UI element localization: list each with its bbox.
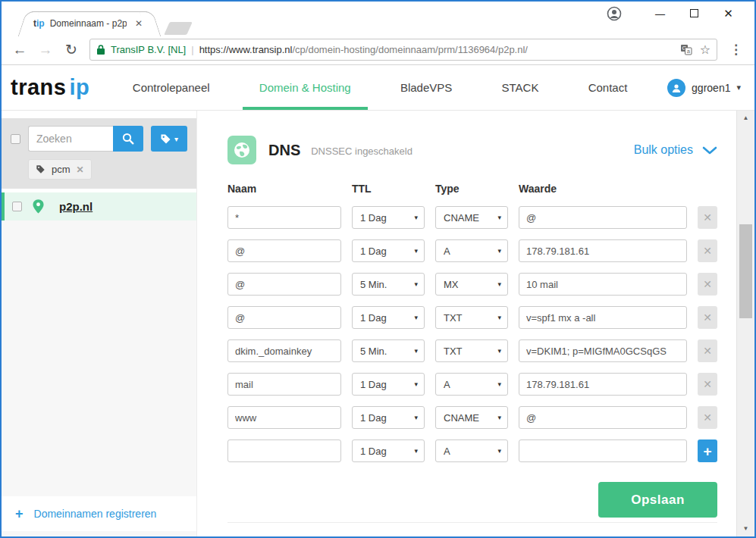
sidebar-footer-strip (2, 531, 196, 536)
site-nav-items: ControlepaneelDomein & HostingBladeVPSST… (108, 65, 652, 110)
bulk-options-button[interactable]: Bulk opties (634, 143, 717, 157)
delete-record-button[interactable]: ✕ (698, 406, 717, 429)
bookmark-star-icon[interactable]: ☆ (700, 44, 711, 56)
select-caret-icon: ▾ (497, 247, 501, 255)
register-domains-link[interactable]: + Domeinnamen registreren (2, 496, 196, 531)
record-value-input[interactable] (519, 339, 687, 362)
record-value-input[interactable] (519, 373, 687, 396)
tag-icon (36, 164, 45, 174)
browser-profile-icon[interactable] (607, 6, 622, 21)
browser-window: tip Domeinnaam - p2p.nl ✕ — ✕ ← → ↻ Tran… (0, 0, 756, 538)
nav-item-contact[interactable]: Contact (572, 65, 645, 110)
record-ttl-select[interactable]: 1 Dag▾ (352, 206, 425, 229)
record-type-select[interactable]: MX▾ (435, 273, 508, 296)
record-ttl-select[interactable]: 1 Dag▾ (352, 373, 425, 396)
delete-record-button[interactable]: ✕ (698, 206, 717, 229)
bottom-divider (227, 522, 717, 523)
record-name-input[interactable] (227, 373, 341, 396)
new-tab-button[interactable] (164, 22, 193, 35)
record-name-input[interactable] (227, 306, 341, 329)
record-name-input[interactable] (227, 206, 341, 229)
maximize-button[interactable] (677, 8, 711, 20)
address-bar[interactable]: TransIP B.V. [NL] | https://www.transip.… (89, 39, 717, 61)
translate-icon[interactable]: Ga (680, 44, 692, 55)
nav-item-stack[interactable]: STACK (485, 65, 556, 110)
select-all-checkbox[interactable] (11, 134, 20, 144)
record-ttl-select[interactable]: 1 Dag▾ (352, 239, 425, 262)
browser-menu-icon[interactable]: ⋮ (725, 42, 747, 58)
dns-record-row: 1 Dag▾A▾+ (227, 439, 717, 462)
record-type-select[interactable]: TXT▾ (435, 339, 508, 362)
dns-record-row: 1 Dag▾A▾✕ (227, 239, 717, 262)
scrollbar-thumb[interactable] (739, 224, 752, 318)
account-menu[interactable]: ggroen1 ▾ (667, 65, 747, 110)
close-button[interactable]: ✕ (711, 7, 745, 20)
bulk-options-label: Bulk opties (634, 143, 693, 157)
record-name-input[interactable] (227, 273, 341, 296)
record-ttl-select[interactable]: 1 Dag▾ (352, 406, 425, 429)
nav-item-domein-hosting[interactable]: Domein & Hosting (243, 65, 368, 110)
domain-link[interactable]: p2p.nl (59, 200, 93, 213)
record-value-input[interactable] (519, 273, 687, 296)
record-name-input[interactable] (227, 439, 341, 462)
dns-record-row: 1 Dag▾CNAME▾✕ (227, 406, 717, 429)
search-input[interactable] (28, 126, 113, 152)
record-type-select[interactable]: TXT▾ (435, 306, 508, 329)
dns-title: DNS (268, 142, 300, 159)
back-button[interactable]: ← (9, 42, 30, 57)
record-value-input[interactable] (519, 406, 687, 429)
dns-record-row: 1 Dag▾A▾✕ (227, 373, 717, 396)
minimize-button[interactable]: — (643, 8, 677, 20)
record-ttl-select[interactable]: 5 Min.▾ (352, 273, 425, 296)
url-text: https://www.transip.nl/cp/domein-hosting… (199, 44, 675, 55)
record-ttl-select[interactable]: 1 Dag▾ (352, 439, 425, 462)
transip-logo[interactable]: transip (8, 65, 93, 110)
tab-title: Domeinnaam - p2p.nl (50, 18, 127, 29)
search-button[interactable] (113, 126, 143, 152)
select-caret-icon: ▾ (414, 247, 418, 255)
record-type-select[interactable]: A▾ (435, 439, 508, 462)
sidebar-filler (2, 221, 196, 496)
tag-chip-pcm[interactable]: pcm ✕ (28, 159, 92, 180)
save-button[interactable]: Opslaan (598, 482, 717, 518)
record-type-select[interactable]: A▾ (435, 373, 508, 396)
delete-record-button[interactable]: ✕ (698, 339, 717, 362)
delete-record-button[interactable]: ✕ (698, 373, 717, 396)
record-name-input[interactable] (227, 339, 341, 362)
delete-record-button[interactable]: ✕ (698, 239, 717, 262)
tab-close-icon[interactable]: ✕ (132, 17, 146, 30)
record-ttl-select[interactable]: 5 Min.▾ (352, 339, 425, 362)
nav-item-controlepaneel[interactable]: Controlepaneel (116, 65, 227, 110)
nav-item-bladevps[interactable]: BladeVPS (384, 65, 469, 110)
delete-record-button[interactable]: ✕ (698, 273, 717, 296)
record-type-select[interactable]: A▾ (435, 239, 508, 262)
domain-checkbox[interactable] (12, 202, 22, 211)
dns-record-row: 1 Dag▾TXT▾✕ (227, 306, 717, 329)
record-value-input[interactable] (519, 206, 687, 229)
select-caret-icon: ▾ (497, 280, 501, 288)
page-scrollbar[interactable]: ▲ ▼ (736, 111, 754, 536)
sidebar-item-domain[interactable]: p2p.nl (2, 192, 196, 221)
record-type-select[interactable]: CNAME▾ (435, 406, 508, 429)
record-name-input[interactable] (227, 239, 341, 262)
record-value-input[interactable] (519, 306, 687, 329)
tag-chip-close-icon[interactable]: ✕ (77, 164, 84, 175)
record-ttl-select[interactable]: 1 Dag▾ (352, 306, 425, 329)
delete-record-button[interactable]: ✕ (698, 306, 717, 329)
record-value-input[interactable] (519, 439, 687, 462)
scroll-down-icon[interactable]: ▼ (737, 525, 754, 532)
globe-icon (227, 136, 256, 164)
record-name-input[interactable] (227, 406, 341, 429)
forward-button[interactable]: → (35, 42, 56, 57)
column-header-ttl: TTL (352, 183, 425, 195)
account-caret-icon: ▾ (736, 83, 741, 92)
record-value-input[interactable] (519, 239, 687, 262)
select-caret-icon: ▾ (414, 380, 418, 388)
column-header-type: Type (435, 183, 508, 195)
record-type-select[interactable]: CNAME▾ (435, 206, 508, 229)
add-record-button[interactable]: + (698, 439, 717, 462)
tag-filter-button[interactable]: ▾ (151, 126, 187, 152)
refresh-button[interactable]: ↻ (61, 42, 82, 57)
browser-tab[interactable]: tip Domeinnaam - p2p.nl ✕ (32, 11, 147, 35)
scroll-up-icon[interactable]: ▲ (737, 114, 754, 121)
